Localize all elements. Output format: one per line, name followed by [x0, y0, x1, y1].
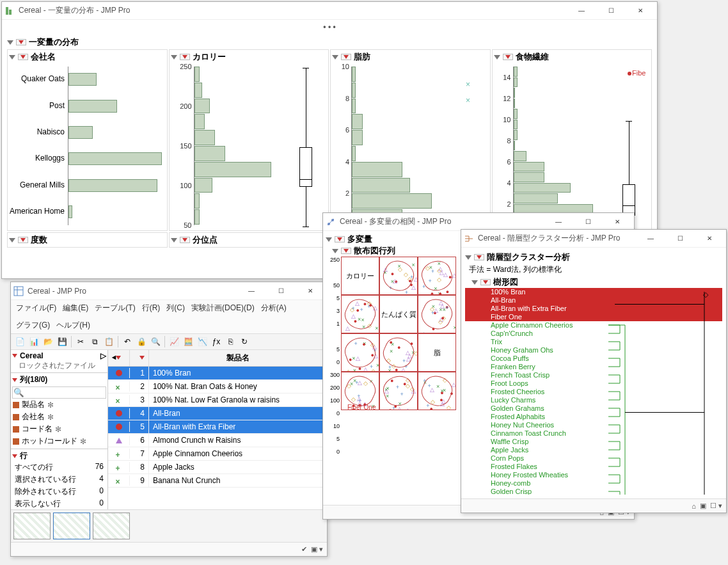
histogram-bar[interactable]	[194, 114, 205, 129]
fit-icon[interactable]: ƒx	[210, 335, 223, 348]
columns-panel[interactable]: 列(18/0) 製品名 ✻会社名 ✻コード名 ✻ホット/コールド ✻	[11, 373, 107, 449]
data-grid[interactable]: ◂ 製品名 1100% Bran×2100% Nat. Bran Oats & …	[108, 350, 327, 509]
histogram-bar[interactable]	[194, 99, 210, 114]
splom-cell[interactable]: ●×△◇+●×△◇+●×△◇+●×△	[341, 295, 379, 333]
bar[interactable]	[68, 73, 97, 86]
histogram-bar[interactable]	[352, 193, 432, 209]
redo-icon[interactable]: ↻	[238, 335, 251, 348]
splom-cell[interactable]: ●×△◇+●×△◇+●×△◇+●×△	[418, 257, 456, 295]
open-icon[interactable]: 📂	[42, 335, 54, 348]
menu-item[interactable]: 行(R)	[142, 303, 161, 314]
source-panel[interactable]: Cereal▷ ロックされたファイル	[11, 350, 107, 373]
minimize-button[interactable]: —	[237, 285, 265, 298]
column-search-input[interactable]	[12, 386, 106, 399]
toolbar[interactable]: 📄 📊 📂 💾 ✂ ⧉ 📋 ↶ 🔒 🔍 📈 🧮 📉 ƒx ⎘ ↻	[11, 334, 327, 350]
titlebar[interactable]: Cereal - JMP Pro — ☐ ✕	[11, 282, 327, 300]
menu-item[interactable]: 実験計画(DOE)(D)	[191, 303, 255, 314]
thumbnail-bar[interactable]	[11, 509, 327, 542]
section-menu-icon[interactable]	[16, 39, 26, 45]
menu-item[interactable]: グラフ(G)	[16, 320, 50, 331]
table-row[interactable]: ×9Banana Nut Crunch	[108, 474, 327, 488]
splom-cell[interactable]: ●×△◇+●×△◇+●×△◇+●×△	[418, 295, 456, 333]
bar[interactable]	[68, 100, 117, 113]
lock-icon[interactable]: 🔒	[135, 335, 148, 348]
distribution-icon[interactable]: 📈	[168, 335, 180, 348]
histogram-bar[interactable]	[514, 67, 518, 77]
product-header[interactable]: 製品名	[149, 350, 327, 366]
titlebar[interactable]: Cereal - 一変量の分布 - JMP Pro — ☐ ✕	[2, 2, 657, 20]
histogram-bar[interactable]	[194, 178, 212, 193]
minimize-button[interactable]: —	[637, 232, 665, 245]
table-row[interactable]: 1100% Bran	[108, 367, 327, 380]
column-item[interactable]: 会社名 ✻	[12, 411, 106, 423]
histogram-bar[interactable]	[514, 130, 518, 140]
close-button[interactable]: ✕	[603, 216, 631, 228]
splom-cell[interactable]: ●×△◇+●×△◇+●×△◇+●×△	[418, 372, 456, 410]
splom-cell[interactable]: 脂	[418, 333, 456, 372]
table-row[interactable]: 4All-Bran	[108, 407, 327, 420]
cut-icon[interactable]: ✂	[74, 335, 87, 348]
script-icon[interactable]: ⎘	[224, 335, 237, 348]
histogram-bar[interactable]	[514, 193, 558, 203]
close-button[interactable]: ✕	[626, 4, 654, 17]
histogram-bar[interactable]	[514, 109, 518, 119]
paste-icon[interactable]: 📋	[102, 335, 115, 348]
histogram-bar[interactable]	[514, 120, 518, 130]
scatterplot-matrix[interactable]: カロリー●×△◇+●×△◇+●×△◇+●×△●×△◇+●×△◇+●×△◇+●×△…	[341, 257, 469, 471]
histogram-bar[interactable]	[514, 162, 544, 172]
histogram-bar[interactable]	[194, 162, 272, 177]
menu-item[interactable]: ヘルプ(H)	[56, 320, 90, 331]
splom-cell[interactable]: ●×△◇+●×△◇+●×△◇+●×△	[379, 372, 418, 410]
search-icon[interactable]: 🔍	[149, 335, 162, 348]
rownum-header[interactable]	[130, 350, 149, 366]
options-icon[interactable]: ☐ ▾	[710, 502, 722, 510]
column-item[interactable]: コード名 ✻	[12, 423, 106, 435]
menu-item[interactable]: 列(C)	[166, 303, 185, 314]
cluster-section[interactable]: 階層型クラスター分析	[465, 251, 722, 263]
histogram-bar[interactable]	[194, 209, 200, 225]
splom-cell[interactable]: ●×△◇+●×△◇+●×△◇+●×△	[341, 333, 379, 372]
company-chart[interactable]: Quaker OatsPostNabiscoKelloggsGeneral Mi…	[68, 67, 162, 225]
graph-icon[interactable]: 📉	[196, 335, 209, 348]
close-button[interactable]: ✕	[296, 285, 324, 298]
distribution-section[interactable]: 一変量の分布	[7, 36, 652, 48]
fiber-head[interactable]: 食物繊維	[494, 51, 651, 63]
table-row[interactable]: 6Almond Crunch w Raisins	[108, 434, 327, 447]
histogram-bar[interactable]	[194, 67, 200, 82]
histogram-bar[interactable]	[514, 88, 515, 98]
histogram-bar[interactable]	[514, 172, 544, 182]
close-button[interactable]: ✕	[695, 232, 724, 245]
maximize-button[interactable]: ☐	[597, 4, 625, 17]
save-icon[interactable]: 💾	[56, 335, 68, 348]
minimize-button[interactable]: —	[567, 4, 596, 17]
histogram-bar[interactable]	[514, 183, 571, 193]
table-row[interactable]: ×3100% Nat. Low Fat Granola w raisins	[108, 394, 327, 407]
fat-head[interactable]: 脂肪	[332, 51, 489, 63]
splom-cell[interactable]: たんぱく質	[379, 295, 418, 333]
table-row[interactable]: +8Apple Jacks	[108, 461, 327, 474]
zoom-icon[interactable]: ▣ ▾	[311, 545, 323, 553]
new-icon[interactable]: 📄	[13, 335, 26, 348]
thumb-multivariate[interactable]	[93, 513, 130, 539]
splom-cell[interactable]: ●×△◇+●×△◇+●×△◇+●×△	[379, 257, 418, 295]
menubar[interactable]: ファイル(F)編集(E)テーブル(T)行(R)列(C)実験計画(DOE)(D)分…	[11, 300, 327, 334]
histogram-bar[interactable]	[194, 146, 225, 161]
dendro-section[interactable]: 樹形図	[471, 276, 722, 288]
histogram-bar[interactable]	[352, 99, 356, 114]
column-item[interactable]: 製品名 ✻	[12, 399, 106, 411]
rows-panel[interactable]: 行 すべての行76選択されている行4除外されている行0表示しない行0ラベルのつい…	[11, 449, 107, 509]
histogram-bar[interactable]	[352, 162, 402, 177]
histogram-bar[interactable]	[514, 99, 515, 109]
new-table-icon[interactable]: 📊	[28, 335, 40, 348]
menu-item[interactable]: 分析(A)	[261, 303, 287, 314]
histogram-bar[interactable]	[514, 151, 527, 161]
table-row[interactable]: 5All-Bran with Extra Fiber	[108, 420, 327, 434]
maximize-button[interactable]: ☐	[574, 216, 602, 228]
histogram-bar[interactable]	[352, 114, 363, 129]
copy-icon[interactable]: ⧉	[88, 335, 101, 348]
histogram-bar[interactable]	[514, 141, 515, 151]
bar[interactable]	[68, 205, 72, 218]
company-head[interactable]: 会社名	[9, 51, 166, 63]
undo-icon[interactable]: ↶	[121, 335, 134, 348]
splom-cell[interactable]: ●×△◇+●×△◇+●×△◇+●×△	[379, 333, 418, 372]
